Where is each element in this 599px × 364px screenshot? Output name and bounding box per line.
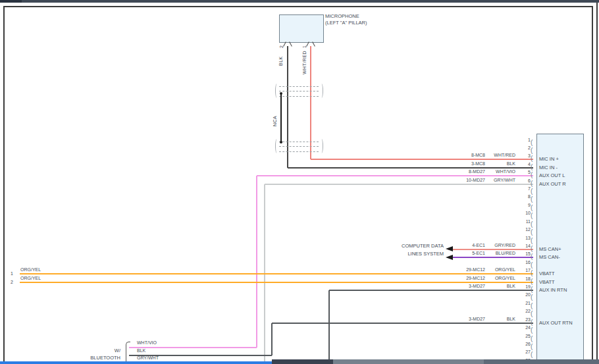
microphone-title-line1: MICROPHONE [325, 14, 359, 19]
frame-top-border [3, 6, 592, 7]
wire-segment [329, 290, 533, 291]
microphone-title-line2: (LEFT "A" PILLAR) [325, 20, 367, 26]
wire-color-label: WHT/VIO [488, 169, 515, 174]
inline-connector-dash [279, 146, 319, 147]
wire-circuit-label: 29-MC12 [446, 276, 485, 281]
top-scrollbar-thumb[interactable] [0, 0, 22, 3]
wire-color-label: GRY/WHT [488, 178, 515, 183]
inline-connector-bracket [320, 84, 323, 98]
pin-bracket: ( [531, 204, 533, 211]
pin-function-label: MS CAN+ [539, 247, 561, 252]
wiring-diagram-page: MICROPHONE (LEFT "A" PILLAR) 2 1 BLK WHT… [0, 0, 599, 364]
wire-circuit-label: 3-MC8 [446, 161, 485, 167]
pin-number: 27 [517, 350, 531, 355]
left-feed-number: 2 [5, 280, 13, 285]
wire-circuit-label: 8-MD27 [446, 169, 485, 174]
nca-label: NCA [273, 109, 277, 126]
wire-color-label: GRY/RED [488, 243, 515, 248]
nca-dot [280, 92, 282, 95]
wire-segment [311, 159, 533, 160]
wire-segment [287, 46, 288, 168]
left-feed-color-label: ORG/YEL [20, 267, 41, 273]
pin-bracket: ( [531, 335, 533, 342]
nca-dot [280, 141, 282, 143]
pin-bracket: ( [531, 302, 533, 309]
pin-bracket: ( [531, 319, 533, 326]
wire-circuit-label: 3-MD27 [446, 317, 485, 322]
wire-circuit-label: 29-MC12 [446, 267, 485, 273]
frame-left-border [3, 6, 5, 364]
window-right-edge [596, 0, 598, 364]
pin-number: 22 [517, 309, 531, 314]
pin-function-label: MIC IN + [539, 157, 559, 162]
pin-bracket: ( [531, 278, 533, 285]
wire-segment [288, 167, 533, 169]
pin-bracket: ( [531, 212, 533, 219]
bottom-bar-segment [484, 359, 599, 364]
pin-bracket: ( [531, 294, 533, 301]
pin-number: 13 [517, 236, 531, 241]
bluetooth-wire-color-label: GRY/WHT [137, 355, 159, 361]
wire-color-label: WHT/RED [488, 153, 515, 158]
bottom-scrollbar-thumb[interactable] [0, 361, 272, 364]
wire-circuit-label: 3-MD27 [446, 284, 485, 289]
wire-color-label: BLU/RED [488, 251, 515, 256]
bottom-bar-segment [333, 359, 484, 364]
pin-number: 17 [517, 268, 531, 273]
computer-data-label-line2: LINES SYSTEM [378, 251, 444, 257]
bluetooth-label-line1: W/ [68, 348, 120, 353]
pin-bracket: ( [531, 163, 533, 170]
pin-bracket: ( [531, 310, 533, 317]
pin-bracket: ( [531, 155, 533, 162]
wire-segment [265, 184, 533, 185]
pin-number: 21 [517, 301, 531, 306]
pin-number: 14 [517, 244, 531, 249]
pin-bracket: ( [531, 188, 533, 195]
pin-number: 4 [517, 162, 531, 167]
wire-color-label: BLK [488, 161, 515, 167]
pin-number: 1 [517, 138, 531, 143]
pin-number: 10 [517, 211, 531, 216]
bluetooth-wire-color-label: WHT/VIO [137, 340, 157, 346]
wire-segment [20, 282, 533, 283]
wire-segment [271, 323, 273, 356]
pin-bracket: ( [531, 245, 533, 252]
wire-segment [310, 46, 311, 159]
pin-number: 12 [517, 227, 531, 232]
wire-color-label: ORG/YEL [488, 267, 515, 273]
wire-segment [257, 175, 533, 176]
wire-circuit-label: 8-MC8 [446, 153, 485, 158]
pin-bracket: ( [531, 326, 533, 334]
pin-number: 3 [517, 153, 531, 159]
mic-pin1-number: 1 [302, 41, 307, 48]
inline-connector-bracket [320, 139, 323, 153]
inline-connector-dash [279, 91, 319, 91]
pin-number: 24 [517, 325, 531, 330]
pin-number: 18 [517, 276, 531, 282]
pin-bracket: ( [531, 351, 533, 358]
pin-bracket: ( [531, 253, 533, 260]
pin-bracket: ( [531, 221, 533, 228]
pin-bracket: ( [531, 261, 533, 269]
frame-right-border [592, 6, 593, 364]
pin-function-label: AUX OUT R [539, 182, 566, 187]
pin-function-label: AUX IN RTN [539, 288, 567, 293]
wire-color-label: BLK [488, 284, 515, 289]
pin-function-label: MS CAN- [539, 255, 560, 260]
pin-number: 16 [517, 260, 531, 265]
bluetooth-wire-color-label: BLK [137, 348, 145, 353]
offpage-arrow-icon [446, 255, 453, 260]
pin-bracket: ( [531, 139, 533, 146]
pin-number: 25 [517, 334, 531, 339]
nca-line [280, 93, 282, 142]
mic-pin2-number: 2 [279, 41, 284, 48]
pin-bracket: ( [531, 343, 533, 350]
wire-segment [256, 176, 257, 348]
left-feed-color-label: ORG/YEL [20, 276, 41, 281]
wire-segment [448, 249, 533, 250]
pin-number: 11 [517, 219, 531, 224]
pin-bracket: ( [531, 180, 533, 187]
pin-number: 2 [517, 145, 531, 151]
pin-number: 5 [517, 170, 531, 175]
pin-number: 15 [517, 251, 531, 257]
